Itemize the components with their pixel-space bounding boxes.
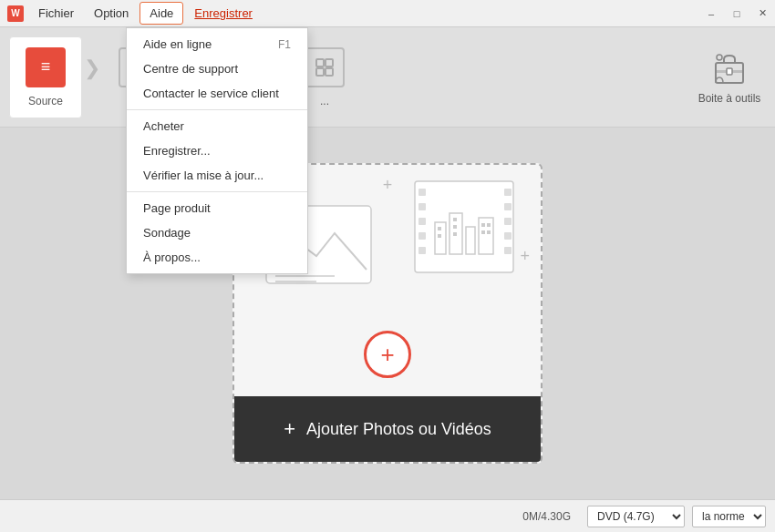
svg-rect-36: [481, 223, 485, 227]
aide-dropdown-menu: Aide en ligne F1 Centre de support Conta…: [126, 27, 308, 274]
svg-rect-31: [438, 227, 441, 230]
divider-1: [127, 109, 307, 110]
svg-rect-25: [504, 232, 512, 240]
svg-rect-39: [487, 230, 491, 234]
svg-rect-32: [438, 234, 441, 238]
storage-info: 0M/4.30G: [9, 510, 580, 523]
svg-rect-38: [481, 230, 485, 234]
svg-rect-34: [453, 225, 457, 229]
toolbar: Source ❯ M... ❯ ... ❯: [0, 27, 775, 128]
svg-rect-16: [415, 181, 513, 272]
close-button[interactable]: ✕: [749, 1, 775, 26]
menu-enregistrer[interactable]: Enregistrer: [185, 3, 262, 24]
add-btn-label: Ajouter Photos ou Vidéos: [306, 420, 491, 439]
tools-button[interactable]: Boite à outils: [693, 36, 766, 118]
contacter-service-item[interactable]: Contacter le service client: [127, 81, 307, 106]
svg-rect-21: [418, 247, 426, 254]
svg-point-11: [717, 55, 722, 60]
enregistrer-item[interactable]: Enregistrer...: [127, 138, 307, 163]
svg-rect-26: [504, 247, 512, 254]
contacter-service-label: Contacter le service client: [143, 87, 279, 100]
add-media-circle: +: [364, 331, 411, 378]
centre-support-item[interactable]: Centre de support: [127, 56, 307, 81]
sondage-item[interactable]: Sondage: [127, 220, 307, 245]
verifier-maj-label: Vérifier la mise à jour...: [143, 169, 264, 182]
aide-en-ligne-item[interactable]: Aide en ligne F1: [127, 32, 307, 56]
svg-rect-24: [504, 218, 512, 225]
restore-button[interactable]: □: [724, 1, 749, 26]
tools-label: Boite à outils: [698, 92, 761, 105]
page-produit-label: Page produit: [143, 201, 211, 215]
menu4-icon: [305, 47, 345, 87]
title-bar-left: W Fichier Option Aide Enregistrer: [0, 2, 262, 25]
dvd-select[interactable]: DVD (4.7G) DVD (8.5G) Blu-ray (25G): [587, 506, 685, 527]
sondage-label: Sondage: [143, 226, 191, 240]
svg-rect-22: [504, 189, 512, 196]
title-bar-controls: – □ ✕: [698, 1, 775, 26]
norm-select[interactable]: la norme NTSC PAL: [692, 506, 766, 527]
acheter-item[interactable]: Acheter: [127, 114, 307, 138]
svg-rect-5: [326, 59, 333, 66]
tools-icon: [711, 50, 748, 87]
source-label: Source: [28, 95, 63, 107]
enregistrer-label: Enregistrer...: [143, 144, 211, 158]
svg-rect-33: [453, 218, 457, 221]
acheter-label: Acheter: [143, 119, 184, 133]
aide-en-ligne-label: Aide en ligne: [143, 37, 212, 51]
minimize-button[interactable]: –: [698, 1, 724, 26]
page-produit-item[interactable]: Page produit: [127, 196, 307, 220]
app-icon: W: [7, 5, 24, 22]
svg-rect-7: [326, 68, 333, 76]
svg-rect-20: [418, 232, 426, 240]
a-propos-item[interactable]: À propos...: [127, 245, 307, 270]
svg-rect-10: [727, 68, 732, 75]
svg-rect-4: [316, 59, 324, 66]
add-photos-videos-button[interactable]: + Ajouter Photos ou Vidéos: [234, 396, 541, 462]
title-bar: W Fichier Option Aide Enregistrer – □ ✕: [0, 0, 775, 27]
menu-fichier[interactable]: Fichier: [29, 3, 83, 24]
menu-aide[interactable]: Aide: [140, 2, 183, 25]
photo-fg-svg: [406, 172, 524, 291]
svg-rect-18: [418, 203, 426, 210]
divider-2: [127, 191, 307, 192]
svg-rect-19: [418, 218, 426, 225]
svg-rect-35: [453, 232, 457, 236]
add-btn-plus-icon: +: [284, 417, 295, 441]
menu4-label: ...: [320, 95, 329, 107]
deco-plus-3: +: [383, 176, 393, 195]
main-area: + + +: [0, 128, 775, 499]
centre-support-label: Centre de support: [143, 62, 238, 76]
source-icon: [26, 47, 66, 87]
svg-rect-37: [487, 223, 491, 227]
toolbar-arrow-1: ❯: [84, 56, 100, 98]
svg-rect-23: [504, 203, 512, 210]
status-bar: 0M/4.30G DVD (4.7G) DVD (8.5G) Blu-ray (…: [0, 499, 775, 532]
title-bar-menu: Fichier Option Aide Enregistrer: [29, 2, 262, 25]
aide-en-ligne-shortcut: F1: [278, 38, 291, 51]
verifier-maj-item[interactable]: Vérifier la mise à jour...: [127, 163, 307, 188]
menu-option[interactable]: Option: [85, 3, 138, 24]
svg-rect-17: [418, 189, 426, 196]
svg-rect-6: [316, 68, 324, 76]
source-button[interactable]: Source: [9, 36, 82, 118]
a-propos-label: À propos...: [143, 251, 201, 264]
